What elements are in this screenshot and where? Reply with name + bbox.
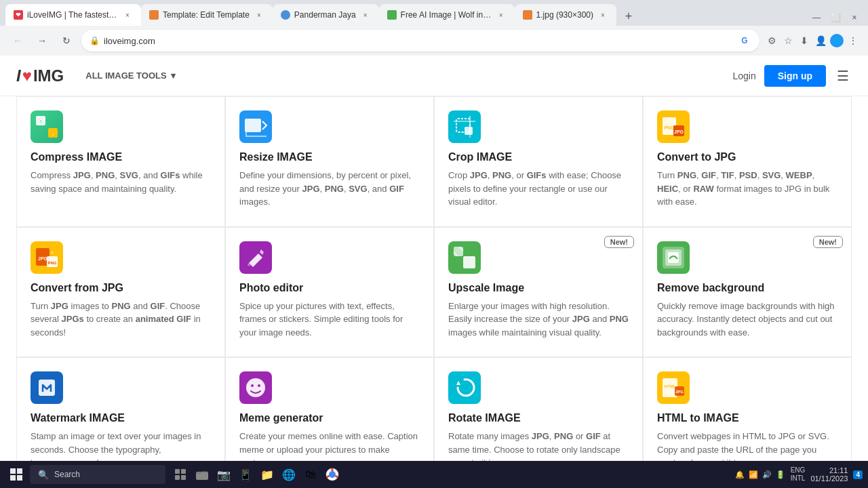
tab-bar: ❤ iLoveIMG | The fastest fr... × Templat… <box>0 0 868 26</box>
svg-text:HTML: HTML <box>665 384 676 388</box>
svg-text:JPG: JPG <box>675 390 684 394</box>
notification-icon[interactable]: 🔔 <box>735 470 745 479</box>
tools-grid: ↑ ↓ Compress IMAGE Compress JPG, PNG, SV… <box>0 96 868 488</box>
svg-text:↓: ↓ <box>52 131 54 137</box>
convert-from-jpg-title: Convert from JPG <box>31 282 211 294</box>
windows-icon <box>9 468 23 481</box>
language-indicator: ENGINTL <box>791 466 806 483</box>
browser-icon: 🌐 <box>282 468 296 481</box>
network-icon[interactable]: 📶 <box>749 470 758 479</box>
tab-close-iloveimg[interactable]: × <box>122 9 133 20</box>
tab-iloveimg[interactable]: ❤ iLoveIMG | The fastest fr... × <box>5 4 141 26</box>
tool-card-crop[interactable]: Crop IMAGE Crop JPG, PNG, or GIFs with e… <box>434 96 643 227</box>
tab-favicon-iloveimg: ❤ <box>14 10 23 20</box>
all-image-tools-button[interactable]: ALL IMAGE TOOLS ▾ <box>77 66 183 85</box>
volume-icon[interactable]: 🔊 <box>762 470 772 479</box>
login-button[interactable]: Login <box>732 70 755 81</box>
tab-1jpg[interactable]: 1.jpg (930×300) × <box>515 4 616 26</box>
tool-card-remove-bg[interactable]: New! Remove background Quickly remove im… <box>643 227 852 358</box>
upscale-icon <box>448 241 481 274</box>
resize-svg <box>242 113 269 140</box>
compress-title: Compress IMAGE <box>31 151 211 163</box>
file-explorer-button[interactable] <box>193 465 212 484</box>
download-icon[interactable]: ⬇ <box>797 34 811 47</box>
watermark-icon <box>31 371 63 404</box>
meme-svg <box>242 374 269 401</box>
upscale-svg <box>451 244 478 271</box>
remove-bg-icon <box>657 241 690 274</box>
svg-rect-21 <box>39 380 55 396</box>
camera-button[interactable]: 📷 <box>214 465 233 484</box>
resize-title: Resize IMAGE <box>239 151 420 163</box>
tab-close-template[interactable]: × <box>254 9 264 20</box>
account-icon[interactable]: 👤 <box>814 34 827 47</box>
store-button[interactable]: 🛍 <box>301 465 320 484</box>
chrome-icon <box>326 468 339 481</box>
camera-icon: 📷 <box>217 468 231 481</box>
tool-card-compress[interactable]: ↑ ↓ Compress IMAGE Compress JPG, PNG, SV… <box>16 96 225 227</box>
battery-icon[interactable]: 🔋 <box>776 470 785 479</box>
extensions-icon[interactable]: ⚙ <box>765 34 778 47</box>
photo-editor-desc: Spice up your pictures with text, effect… <box>239 300 420 340</box>
site-logo[interactable]: I ♥ IMG <box>16 66 64 85</box>
bookmark-icon[interactable]: ☆ <box>781 34 795 47</box>
start-button[interactable] <box>5 464 27 485</box>
restore-button[interactable]: ⬜ <box>827 9 844 26</box>
close-button[interactable]: × <box>846 9 863 26</box>
header-right: Login Sign up ☰ <box>732 65 852 87</box>
browser-button[interactable]: 🌐 <box>279 465 298 484</box>
notification-count[interactable]: 4 <box>853 470 863 479</box>
tab-close-1jpg[interactable]: × <box>597 9 608 20</box>
convert-to-jpg-title: Convert to JPG <box>657 151 837 163</box>
upscale-title: Upscale Image <box>448 282 629 294</box>
back-button[interactable]: ← <box>8 31 27 50</box>
taskbar-right-area: 🔔 📶 🔊 🔋 ENGINTL 21:11 01/11/2023 4 <box>735 466 863 483</box>
more-icon[interactable]: ⋮ <box>846 34 860 47</box>
remove-bg-desc: Quickly remove image backgrounds with hi… <box>657 300 837 340</box>
extension-icon[interactable]: 🌐 <box>830 34 844 47</box>
tab-favicon-template <box>149 10 159 20</box>
svg-marker-25 <box>456 381 460 385</box>
page-wrapper: I ♥ IMG ALL IMAGE TOOLS ▾ Login Sign up … <box>0 56 868 488</box>
svg-rect-30 <box>10 468 16 474</box>
address-input[interactable]: 🔒 iloveimg.com G <box>81 30 760 52</box>
signup-button[interactable]: Sign up <box>764 65 826 87</box>
system-tray: 🔔 📶 🔊 🔋 <box>735 470 785 479</box>
taskbar-search-box[interactable]: 🔍 Search <box>30 465 165 484</box>
task-view-button[interactable] <box>171 465 190 484</box>
html-to-image-title: HTML to IMAGE <box>657 412 837 424</box>
tool-card-convert-to-jpg[interactable]: PNG JPG Convert to JPG Turn PNG, GIF, TI… <box>643 96 852 227</box>
minimize-button[interactable]: — <box>808 9 825 26</box>
lock-icon: 🔒 <box>90 36 100 45</box>
rotate-title: Rotate IMAGE <box>448 412 629 424</box>
chrome-button[interactable] <box>323 465 342 484</box>
phone-button[interactable]: 📱 <box>236 465 255 484</box>
tool-card-resize[interactable]: Resize IMAGE Define your dimensions, by … <box>225 96 434 227</box>
tool-card-photo-editor[interactable]: Photo editor Spice up your pictures with… <box>225 227 434 358</box>
tab-free-ai[interactable]: Free AI Image | Wolf in n... × <box>379 4 515 26</box>
hamburger-menu-button[interactable]: ☰ <box>834 65 852 87</box>
compress-svg: ↑ ↓ <box>33 113 60 140</box>
tab-favicon-panderman <box>281 10 290 20</box>
tab-close-panderman[interactable]: × <box>360 9 371 20</box>
tool-card-upscale[interactable]: New! Upscale Image Enlarge your images w… <box>434 227 643 358</box>
rotate-icon <box>448 371 481 404</box>
svg-text:PNG: PNG <box>664 125 675 130</box>
browser-toolbar-icons: ⚙ ☆ ⬇ 👤 🌐 ⋮ <box>765 34 860 47</box>
forward-button[interactable]: → <box>33 31 52 50</box>
convert-from-jpg-icon: JPG PNG × <box>31 241 63 274</box>
tab-label-iloveimg: iLoveIMG | The fastest fr... <box>27 10 118 20</box>
svg-rect-34 <box>175 469 180 474</box>
tab-template[interactable]: Template: Edit Template × <box>141 4 273 26</box>
new-tab-button[interactable]: + <box>619 7 638 26</box>
tool-card-convert-from-jpg[interactable]: JPG PNG × Convert from JPG Turn JPG imag… <box>16 227 225 358</box>
tab-label-1jpg: 1.jpg (930×300) <box>536 10 593 20</box>
clock-date: 01/11/2023 <box>810 474 848 483</box>
svg-rect-35 <box>181 469 186 474</box>
tab-panderman[interactable]: Panderman Jaya × <box>273 4 379 26</box>
tab-close-free-ai[interactable]: × <box>496 9 507 20</box>
svg-rect-33 <box>17 475 22 481</box>
reload-button[interactable]: ↻ <box>57 31 76 50</box>
folder-button[interactable]: 📁 <box>258 465 277 484</box>
remove-bg-svg <box>660 244 687 271</box>
